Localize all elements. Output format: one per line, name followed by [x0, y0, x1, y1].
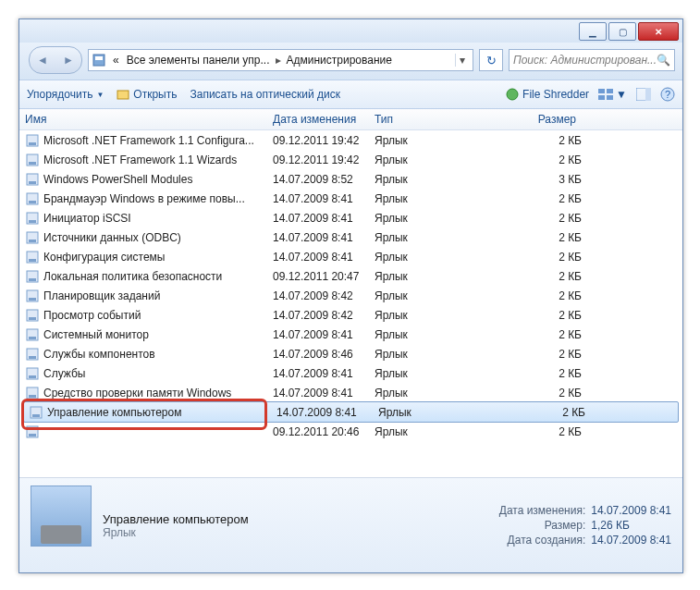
details-properties: Дата изменения: 14.07.2009 8:41 Размер: …: [499, 486, 671, 565]
table-row[interactable]: Брандмауэр Windows в режиме повы...14.07…: [19, 189, 682, 208]
col-name[interactable]: Имя: [19, 113, 267, 126]
table-row[interactable]: Локальная политика безопасности09.12.201…: [19, 266, 682, 286]
cell-size: 2 КБ: [485, 348, 596, 361]
svg-rect-2: [117, 91, 129, 99]
organize-menu[interactable]: Упорядочить ▼: [27, 88, 104, 101]
svg-rect-21: [29, 220, 36, 223]
cell-type: Ярлык: [375, 134, 485, 147]
shortcut-icon: [25, 172, 40, 187]
nav-buttons[interactable]: ◄ ►: [29, 46, 82, 74]
forward-icon[interactable]: ►: [55, 47, 81, 73]
cell-name: Просмотр событий: [43, 309, 273, 322]
svg-rect-1: [95, 56, 103, 60]
search-input[interactable]: Поиск: Администрирован... 🔍: [509, 49, 675, 71]
svg-rect-43: [29, 434, 36, 436]
prop-modified-value: 14.07.2009 8:41: [591, 504, 671, 517]
shortcut-icon: [25, 424, 40, 439]
preview-pane-button[interactable]: [636, 88, 651, 101]
svg-rect-7: [607, 95, 613, 100]
chevron-down-icon: ▼: [616, 88, 627, 101]
svg-rect-33: [29, 337, 36, 339]
burn-disc-button[interactable]: Записать на оптический диск: [190, 88, 340, 101]
cell-type: Ярлык: [375, 251, 485, 264]
table-row-selected[interactable]: Управление компьютером14.07.2009 8:41Ярл…: [23, 401, 679, 423]
cell-size: 2 КБ: [485, 134, 596, 147]
cell-type: Ярлык: [375, 173, 485, 186]
svg-point-3: [507, 89, 518, 100]
table-row[interactable]: Службы14.07.2009 8:41Ярлык2 КБ: [19, 363, 682, 383]
table-row[interactable]: 09.12.2011 20:46Ярлык2 КБ: [19, 422, 682, 441]
cell-type: Ярлык: [375, 231, 485, 244]
breadcrumb[interactable]: « Все элементы панели упр... ▸ Администр…: [88, 49, 473, 71]
prop-created-label: Дата создания:: [499, 534, 586, 547]
chevron-down-icon: ▼: [96, 91, 104, 99]
open-button[interactable]: Открыть: [117, 88, 177, 101]
cell-name: Системный монитор: [43, 328, 273, 341]
svg-rect-37: [29, 375, 36, 378]
cell-type: Ярлык: [375, 387, 485, 399]
cell-date: 14.07.2009 8:41: [273, 212, 375, 225]
refresh-button[interactable]: ↻: [479, 49, 503, 71]
prop-size-value: 1,26 КБ: [591, 519, 671, 532]
cell-date: 14.07.2009 8:41: [273, 251, 375, 264]
col-date[interactable]: Дата изменения: [267, 113, 369, 126]
chevron-right-icon[interactable]: ▸: [274, 54, 283, 67]
svg-rect-27: [29, 278, 36, 281]
prop-modified-label: Дата изменения:: [499, 504, 586, 517]
shortcut-icon: [25, 308, 40, 323]
cell-date: 14.07.2009 8:41: [273, 192, 375, 205]
help-button[interactable]: ?: [660, 87, 675, 102]
cell-date: 09.12.2011 19:42: [273, 134, 375, 147]
cell-size: 2 КБ: [485, 328, 596, 341]
cell-name: Управление компьютером: [47, 406, 276, 419]
table-row[interactable]: Microsoft .NET Framework 1.1 Wizards09.1…: [19, 150, 682, 169]
table-row[interactable]: Конфигурация системы14.07.2009 8:41Ярлык…: [19, 247, 682, 266]
back-icon[interactable]: ◄: [30, 47, 55, 73]
shortcut-icon: [29, 405, 43, 420]
maximize-button[interactable]: [608, 22, 636, 41]
file-list[interactable]: Microsoft .NET Framework 1.1 Configura..…: [19, 130, 682, 477]
cell-type: Ярлык: [375, 270, 485, 283]
svg-rect-23: [29, 240, 36, 242]
close-button[interactable]: [638, 22, 679, 41]
view-icon: [598, 88, 613, 101]
cell-type: Ярлык: [375, 367, 485, 380]
cell-date: 14.07.2009 8:41: [273, 367, 375, 380]
cell-date: 14.07.2009 8:41: [276, 406, 378, 419]
shortcut-icon: [25, 347, 40, 362]
navigation-row: ◄ ► « Все элементы панели упр... ▸ Админ…: [19, 43, 682, 80]
col-size[interactable]: Размер: [480, 113, 591, 126]
table-row[interactable]: Источники данных (ODBC)14.07.2009 8:41Яр…: [19, 227, 682, 247]
svg-rect-31: [29, 317, 36, 320]
cell-date: 14.07.2009 8:42: [273, 309, 375, 322]
table-row[interactable]: Windows PowerShell Modules14.07.2009 8:5…: [19, 169, 682, 189]
breadcrumb-dropdown[interactable]: ▾: [455, 54, 469, 67]
cell-size: 2 КБ: [485, 212, 596, 225]
table-row[interactable]: Просмотр событий14.07.2009 8:42Ярлык2 КБ: [19, 305, 682, 325]
table-row[interactable]: Системный монитор14.07.2009 8:41Ярлык2 К…: [19, 325, 682, 344]
cell-size: 2 КБ: [485, 367, 596, 380]
shortcut-icon: [25, 211, 40, 226]
table-row[interactable]: Средство проверки памяти Windows14.07.20…: [19, 383, 682, 402]
cell-type: Ярлык: [375, 192, 485, 205]
table-row[interactable]: Microsoft .NET Framework 1.1 Configura..…: [19, 130, 682, 150]
cell-date: 09.12.2011 20:47: [273, 270, 375, 283]
svg-rect-39: [29, 395, 36, 398]
column-headers: Имя Дата изменения Тип Размер: [19, 109, 682, 130]
file-shredder-button[interactable]: File Shredder: [506, 88, 589, 101]
cell-type: Ярлык: [375, 289, 485, 302]
details-pane: Управление компьютером Ярлык Дата измене…: [19, 477, 682, 572]
svg-rect-29: [29, 298, 36, 301]
view-options-button[interactable]: ▼: [598, 88, 627, 101]
refresh-icon: ↻: [486, 54, 497, 68]
table-row[interactable]: Инициатор iSCSI14.07.2009 8:41Ярлык2 КБ: [19, 208, 682, 227]
breadcrumb-seg-2[interactable]: Администрирование: [283, 54, 396, 67]
table-row[interactable]: Службы компонентов14.07.2009 8:46Ярлык2 …: [19, 344, 682, 363]
col-type[interactable]: Тип: [369, 113, 480, 126]
title-bar: [19, 19, 682, 43]
table-row[interactable]: Планировщик заданий14.07.2009 8:42Ярлык2…: [19, 286, 682, 305]
breadcrumb-seg-1[interactable]: Все элементы панели упр...: [123, 54, 274, 67]
cell-name: Брандмауэр Windows в режиме повы...: [43, 192, 273, 205]
cell-type: Ярлык: [378, 406, 489, 419]
minimize-button[interactable]: [579, 22, 607, 41]
